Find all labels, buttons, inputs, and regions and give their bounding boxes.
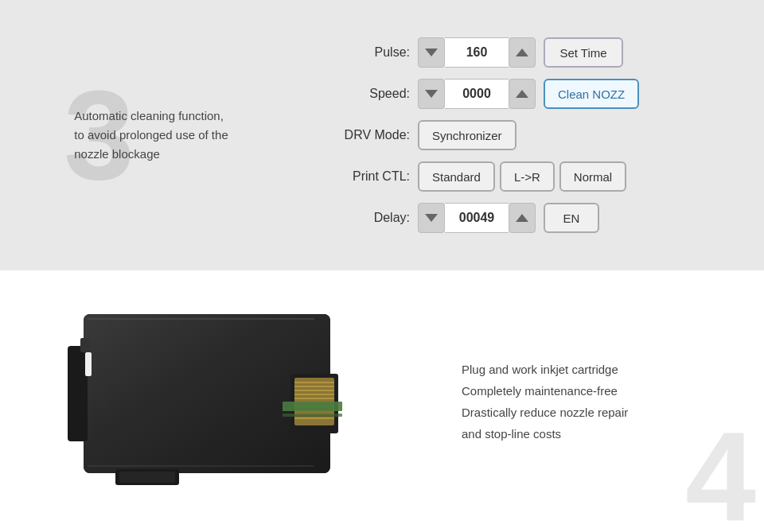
- pulse-increment-button[interactable]: [509, 37, 536, 68]
- speed-label: Speed:: [326, 87, 410, 101]
- controls-panel: Pulse: 160 Set Time Speed: 0000: [294, 0, 764, 270]
- left-description-panel: 3 Automatic cleaning function, to avoid …: [0, 0, 294, 270]
- lr-button[interactable]: L->R: [500, 161, 555, 192]
- description-line2: to avoid prolonged use of the: [74, 128, 228, 142]
- feature1: Plug and work inkjet cartridge: [462, 363, 618, 376]
- svg-rect-17: [283, 414, 342, 417]
- delay-label: Delay:: [326, 211, 410, 225]
- delay-increment-button[interactable]: [509, 203, 536, 233]
- pulse-value: 160: [445, 37, 509, 68]
- bottom-section: 4 Plug and work inkjet cartridge Complet…: [0, 270, 764, 532]
- drv-mode-row: DRV Mode: Synchronizer: [326, 120, 732, 150]
- svg-rect-6: [294, 382, 334, 383]
- svg-rect-3: [80, 338, 90, 352]
- pulse-row: Pulse: 160 Set Time: [326, 37, 732, 68]
- print-ctl-row: Print CTL: Standard L->R Normal: [326, 161, 732, 192]
- svg-rect-16: [283, 402, 342, 411]
- delay-decrement-button[interactable]: [418, 203, 445, 233]
- feature4: and stop-line costs: [462, 427, 561, 441]
- description-text: Automatic cleaning function, to avoid pr…: [74, 107, 228, 164]
- svg-rect-9: [294, 394, 334, 395]
- arrow-up-icon: [516, 214, 528, 222]
- drv-mode-button[interactable]: Synchronizer: [418, 120, 516, 150]
- top-section: 3 Automatic cleaning function, to avoid …: [0, 0, 764, 270]
- device-image-container: [0, 270, 438, 532]
- svg-rect-15: [294, 417, 334, 419]
- svg-rect-7: [294, 386, 334, 387]
- arrow-up-icon: [516, 90, 528, 98]
- pulse-decrement-button[interactable]: [418, 37, 445, 68]
- features-text: Plug and work inkjet cartridge Completel…: [462, 359, 740, 445]
- arrow-up-icon: [516, 49, 528, 56]
- svg-rect-19: [88, 318, 314, 320]
- arrow-down-icon: [425, 90, 438, 98]
- clean-nozz-button[interactable]: Clean NOZZ: [544, 79, 639, 109]
- pulse-spinner: 160: [418, 37, 536, 68]
- svg-rect-18: [85, 352, 92, 376]
- set-time-button[interactable]: Set Time: [544, 37, 623, 68]
- svg-rect-20: [88, 465, 314, 467]
- cartridge-image: [68, 298, 370, 505]
- delay-value: 00049: [445, 203, 509, 233]
- svg-rect-10: [294, 398, 334, 399]
- print-ctl-group: Standard L->R Normal: [418, 161, 626, 192]
- speed-decrement-button[interactable]: [418, 79, 445, 109]
- speed-value: 0000: [445, 79, 509, 109]
- en-button[interactable]: EN: [544, 203, 599, 233]
- normal-button[interactable]: Normal: [559, 161, 626, 192]
- standard-button[interactable]: Standard: [418, 161, 495, 192]
- speed-row: Speed: 0000 Clean NOZZ: [326, 79, 732, 109]
- speed-spinner: 0000: [418, 79, 536, 109]
- arrow-down-icon: [425, 49, 438, 56]
- description-line1: Automatic cleaning function,: [74, 109, 224, 122]
- feature2: Completely maintenance-free: [462, 384, 618, 398]
- description-line3: nozzle blockage: [74, 147, 160, 161]
- feature3: Drastically reduce nozzle repair: [462, 406, 628, 419]
- drv-mode-label: DRV Mode:: [326, 128, 410, 142]
- arrow-down-icon: [425, 214, 438, 222]
- svg-rect-22: [119, 472, 175, 483]
- print-ctl-label: Print CTL:: [326, 169, 410, 184]
- delay-spinner: 00049: [418, 203, 536, 233]
- pulse-label: Pulse:: [326, 45, 410, 60]
- svg-rect-8: [294, 390, 334, 391]
- speed-increment-button[interactable]: [509, 79, 536, 109]
- svg-rect-2: [68, 346, 88, 441]
- right-info-panel: 4 Plug and work inkjet cartridge Complet…: [438, 270, 764, 532]
- delay-row: Delay: 00049 EN: [326, 203, 732, 233]
